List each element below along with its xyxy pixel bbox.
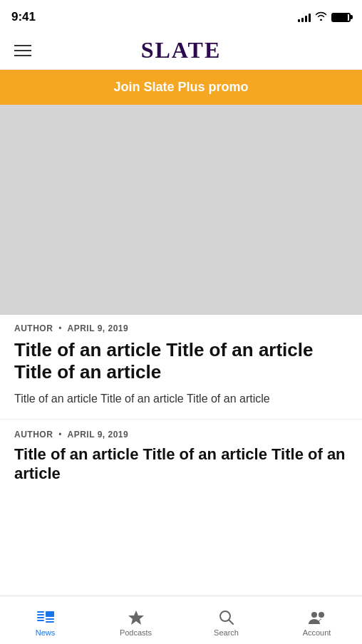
svg-marker-7: [128, 611, 144, 625]
svg-rect-1: [37, 614, 44, 616]
wifi-icon: [315, 11, 327, 23]
svg-point-11: [319, 612, 324, 618]
status-icons: [298, 11, 351, 23]
svg-line-9: [229, 620, 233, 624]
hero-image: [0, 105, 362, 315]
svg-rect-5: [46, 618, 54, 620]
podcasts-star-icon: [128, 610, 145, 625]
svg-rect-2: [37, 617, 44, 618]
menu-icon: [14, 55, 31, 56]
nav-item-account[interactable]: Account: [272, 596, 362, 644]
article-dot: •: [58, 323, 61, 333]
main-content: AUTHOR • APRIL 9, 2019 Title of an artic…: [0, 105, 362, 543]
second-article-title[interactable]: Title of an article Title of an article …: [14, 445, 348, 483]
promo-banner-text: Join Slate Plus promo: [113, 80, 248, 94]
slate-logo: SLATE: [141, 37, 222, 63]
second-article-dot: •: [58, 430, 61, 440]
second-article-date: APRIL 9, 2019: [68, 430, 129, 440]
status-time: 9:41: [11, 10, 36, 24]
header: SLATE: [0, 31, 362, 70]
second-article-meta: AUTHOR • APRIL 9, 2019: [14, 430, 348, 440]
status-bar: 9:41: [0, 0, 362, 31]
nav-label-account: Account: [303, 628, 331, 637]
nav-label-search: Search: [214, 628, 239, 637]
bottom-nav: News Podcasts Search Account: [0, 596, 362, 644]
nav-label-podcasts: Podcasts: [120, 628, 152, 637]
menu-button[interactable]: [11, 42, 34, 59]
nav-item-news[interactable]: News: [0, 596, 90, 644]
news-icon: [36, 610, 55, 625]
search-icon: [219, 610, 234, 625]
article-meta: AUTHOR • APRIL 9, 2019: [14, 323, 348, 333]
svg-rect-4: [46, 611, 54, 617]
article-author: AUTHOR: [14, 323, 53, 333]
second-article: AUTHOR • APRIL 9, 2019 Title of an artic…: [0, 420, 362, 494]
svg-rect-3: [37, 620, 44, 621]
signal-icon: [298, 12, 311, 22]
featured-article: AUTHOR • APRIL 9, 2019 Title of an artic…: [0, 315, 362, 420]
account-icon: [308, 610, 326, 625]
svg-rect-0: [37, 611, 44, 613]
nav-label-news: News: [36, 628, 56, 637]
svg-point-10: [311, 612, 317, 618]
nav-item-podcasts[interactable]: Podcasts: [90, 596, 181, 644]
featured-article-summary: Title of an article Title of an article …: [14, 390, 348, 407]
featured-article-title[interactable]: Title of an article Title of an article …: [14, 339, 348, 383]
svg-rect-6: [46, 621, 54, 623]
article-date: APRIL 9, 2019: [68, 323, 129, 333]
menu-icon: [14, 45, 31, 46]
menu-icon: [14, 50, 31, 51]
promo-banner[interactable]: Join Slate Plus promo: [0, 70, 362, 105]
nav-item-search[interactable]: Search: [181, 596, 272, 644]
battery-icon: [331, 13, 351, 22]
second-article-author: AUTHOR: [14, 430, 53, 440]
